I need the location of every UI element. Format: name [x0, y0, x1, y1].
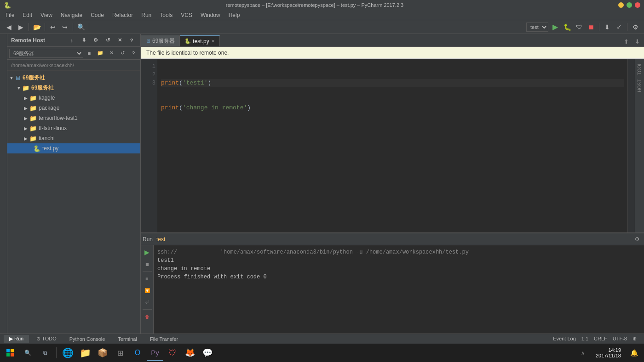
status-extra: ⊕ — [632, 336, 637, 342]
tab-testpy[interactable]: 🐍 test.py ✕ — [180, 35, 219, 46]
taskbar-notification-btn[interactable]: 🔔 — [626, 345, 642, 361]
server-select[interactable]: 69服务器 — [9, 49, 83, 58]
menu-vcs[interactable]: VCS — [177, 11, 196, 19]
run-wrap-btn[interactable]: ⏎ — [142, 297, 152, 307]
tree-folder-kaggle[interactable]: ▶ 📁 kaggle — [7, 93, 140, 103]
sidebar-refresh-btn[interactable]: ↺ — [103, 35, 113, 45]
menu-view[interactable]: View — [37, 11, 56, 19]
bottom-panel: Run test ⚙ ▶ ⏹ ≡ 🔽 ⏎ — [141, 232, 644, 334]
taskbar-taskview-btn[interactable]: ⧉ — [37, 345, 53, 361]
taskbar-totalcmd-btn[interactable]: ⊞ — [112, 345, 128, 361]
editor[interactable]: print('test1') print('change in remote') — [157, 59, 627, 232]
run-sep-2 — [143, 309, 152, 310]
taskbar-windows-btn[interactable] — [2, 345, 18, 361]
sidebar-toolbar-btn5[interactable]: ? — [128, 48, 138, 58]
menu-file[interactable]: File — [2, 11, 18, 19]
sidebar-download-btn[interactable]: ⬇ — [79, 35, 89, 45]
toolbar-redo-btn[interactable]: ↪ — [60, 22, 70, 32]
status-tab-run[interactable]: ▶ Run — [4, 335, 29, 343]
tree-root-1[interactable]: ▼ 🖥 69服务社 — [7, 73, 140, 83]
tab-server[interactable]: 🖥 69服务器 — [141, 35, 180, 46]
sidebar-help-btn[interactable]: ? — [126, 35, 137, 45]
run-trash-btn[interactable]: 🗑 — [142, 311, 152, 322]
taskbar-tray-icons[interactable]: ∧ — [575, 345, 591, 361]
toolbar-sep-4 — [89, 23, 89, 31]
run-btn[interactable]: ▶ — [550, 22, 560, 32]
tree-folder-tensorflow[interactable]: ▶ 📁 tensorflow-test1 — [7, 113, 140, 123]
run-stop-btn[interactable]: ⏹ — [142, 259, 152, 269]
window-controls[interactable] — [618, 2, 640, 8]
taskbar-clock[interactable]: 14:19 2017/11/18 — [593, 347, 624, 358]
minimize-btn[interactable] — [618, 2, 624, 8]
tree-folder-tianchi[interactable]: ▶ 📁 tianchi — [7, 133, 140, 143]
tree-root-2[interactable]: ▼ 📁 69服务社 — [7, 83, 140, 93]
taskbar-winrar-btn[interactable]: 📦 — [94, 345, 111, 361]
maximize-btn[interactable] — [627, 2, 632, 8]
sidebar-toolbar-btn1[interactable]: ≡ — [84, 48, 94, 58]
taskbar-btn9[interactable]: 🛡 — [164, 345, 181, 361]
taskbar-btn10[interactable]: 🦊 — [182, 345, 198, 361]
sidebar-tree[interactable]: ▼ 🖥 69服务社 ▼ 📁 69服务社 ▶ 📁 kaggle — [7, 71, 140, 334]
remote-host-label: Remote Host — [11, 37, 45, 44]
taskbar-chrome-btn[interactable]: 🌐 — [59, 345, 76, 361]
toolbar-undo-btn[interactable]: ↩ — [48, 22, 58, 32]
right-panel: 🖥 69服务器 🐍 test.py ✕ ⬆ ⬇ The file is iden… — [141, 34, 644, 334]
taskbar-search-btn[interactable]: 🔍 — [19, 345, 36, 361]
menu-refactor[interactable]: Refactor — [109, 11, 137, 19]
run-filter-btn[interactable]: 🔽 — [142, 285, 152, 295]
status-tab-terminal[interactable]: Terminal — [112, 335, 143, 343]
status-event-log[interactable]: Event Log — [553, 336, 576, 342]
toolbar-search-btn[interactable]: 🔍 — [76, 22, 86, 32]
stop-btn[interactable]: ⏹ — [586, 22, 596, 32]
run-play-btn[interactable]: ▶ — [142, 247, 152, 257]
tab-download-btn[interactable]: ⬇ — [632, 36, 642, 46]
tree-folder-package[interactable]: ▶ 📁 package — [7, 103, 140, 113]
debug-btn[interactable]: 🐛 — [562, 22, 572, 32]
package-label: package — [39, 105, 59, 111]
menu-run[interactable]: Run — [138, 11, 155, 19]
menu-help[interactable]: Help — [225, 11, 244, 19]
toolbar-forward-btn[interactable]: ▶ — [16, 22, 26, 32]
status-tab-filetransfer[interactable]: File Transfer — [144, 335, 184, 343]
sidebar-settings-btn[interactable]: ⚙ — [91, 35, 101, 45]
coverage-btn[interactable]: 🛡 — [574, 22, 584, 32]
menu-window[interactable]: Window — [197, 11, 224, 19]
terminal-output[interactable]: ssh:// 'home/amax/software/anaconda3/bin… — [154, 245, 644, 334]
right-action-1[interactable]: TOOL — [636, 61, 643, 77]
tensorflow-label: tensorflow-test1 — [39, 115, 78, 121]
settings-btn[interactable]: ⚙ — [630, 22, 640, 32]
tree-file-testpy[interactable]: 🐍 test.py — [7, 143, 140, 153]
run-settings-btn[interactable]: ⚙ — [632, 234, 642, 244]
tree-folder-tflstm[interactable]: ▶ 📁 tf-lstm-linux — [7, 123, 140, 133]
info-bar: The file is identical to remote one. — [141, 47, 644, 59]
menu-edit[interactable]: Edit — [19, 11, 36, 19]
taskbar-pycharm-btn[interactable]: Py — [147, 345, 163, 361]
menu-navigate[interactable]: Navigate — [57, 11, 86, 19]
sidebar-close-btn[interactable]: ✕ — [115, 35, 125, 45]
menu-code[interactable]: Code — [87, 11, 108, 19]
sidebar-toolbar-btn3[interactable]: ✕ — [106, 48, 116, 58]
vcs-update-btn[interactable]: ⬇ — [602, 22, 612, 32]
tab-close-icon[interactable]: ✕ — [211, 39, 215, 44]
toolbar-open-btn[interactable]: 📂 — [32, 22, 42, 32]
status-tab-todo[interactable]: ⊙ TODO — [31, 335, 62, 343]
taskbar-btn11[interactable]: 💬 — [199, 345, 216, 361]
close-btn[interactable] — [635, 2, 640, 8]
tab-server-icon: 🖥 — [145, 38, 150, 44]
run-config-select[interactable]: test — [526, 23, 548, 32]
sidebar-toolbar-btn4[interactable]: ↺ — [117, 48, 127, 58]
line-num-1: 1 — [143, 62, 155, 71]
toolbar-back-btn[interactable]: ◀ — [4, 22, 14, 32]
right-action-2[interactable]: HOST — [636, 78, 643, 94]
vcs-commit-btn[interactable]: ✓ — [614, 22, 624, 32]
tab-upload-btn[interactable]: ⬆ — [621, 36, 631, 46]
menu-tools[interactable]: Tools — [156, 11, 176, 19]
taskbar-office-btn[interactable]: O — [129, 345, 146, 361]
sidebar-sync-btn[interactable]: ↕ — [67, 35, 77, 45]
sidebar-toolbar-btn2[interactable]: 📁 — [95, 48, 105, 58]
taskbar-explorer-btn[interactable]: 📁 — [77, 345, 93, 361]
status-tab-pyconsole[interactable]: Python Console — [64, 335, 111, 343]
status-position: 1:1 — [581, 336, 588, 342]
taskbar-sep — [56, 347, 57, 358]
run-scroll-btn[interactable]: ≡ — [142, 273, 152, 283]
